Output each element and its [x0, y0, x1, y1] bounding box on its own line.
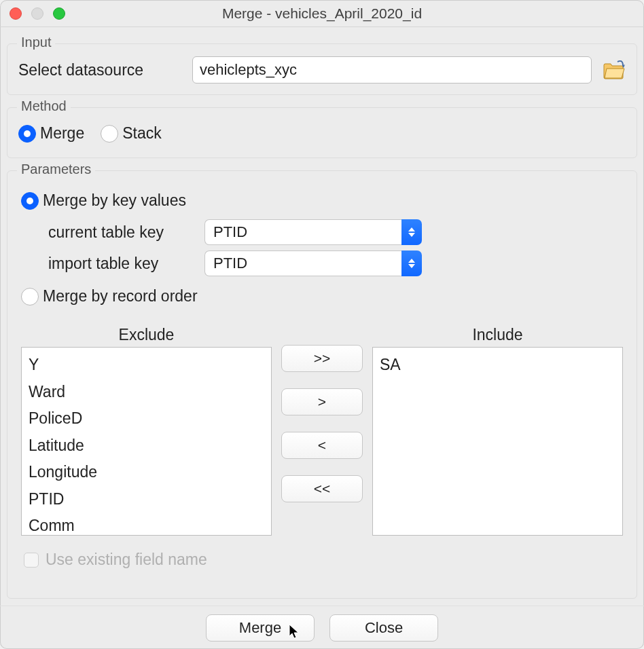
include-column: Include SA — [372, 326, 623, 536]
list-item[interactable]: PoliceD — [29, 405, 264, 432]
method-section: Method Merge Stack — [7, 107, 637, 158]
import-table-key-value: PTID — [204, 251, 401, 276]
merge-by-key-radio[interactable] — [21, 192, 39, 210]
move-one-left-button[interactable]: < — [281, 432, 363, 459]
stack-radio-label: Stack — [122, 124, 162, 143]
list-item[interactable]: Ward — [29, 379, 264, 406]
datasource-input[interactable] — [192, 56, 592, 84]
minimize-window-button[interactable] — [31, 7, 43, 20]
titlebar: Merge - vehicles_April_2020_id — [0, 0, 644, 27]
list-item[interactable]: Longitude — [29, 459, 264, 486]
parameters-section-label: Parameters — [17, 162, 95, 177]
merge-by-key-label: Merge by key values — [43, 191, 186, 210]
merge-radio-label: Merge — [40, 124, 84, 143]
browse-folder-icon[interactable] — [603, 60, 626, 79]
parameters-section: Parameters Merge by key values current t… — [7, 170, 637, 599]
include-listbox[interactable]: SA — [372, 347, 623, 536]
merge-by-record-order-radio[interactable] — [21, 288, 39, 305]
dialog-content: Input Select datasource Method — [0, 27, 644, 606]
input-section-label: Input — [17, 35, 55, 50]
exclude-column: Exclude YWardPoliceDLatitudeLongitudePTI… — [21, 326, 272, 536]
import-table-key-select[interactable]: PTID — [204, 251, 422, 276]
stack-radio[interactable] — [101, 125, 118, 143]
list-item[interactable]: SA — [380, 352, 615, 379]
current-table-key-label: current table key — [48, 223, 204, 242]
include-title: Include — [472, 326, 522, 344]
import-table-key-label: import table key — [48, 255, 204, 273]
current-table-key-value: PTID — [204, 219, 401, 245]
exclude-listbox[interactable]: YWardPoliceDLatitudeLongitudePTIDComm — [21, 347, 272, 536]
use-existing-field-name-checkbox — [24, 553, 39, 568]
list-item[interactable]: Y — [29, 352, 264, 379]
window-title: Merge - vehicles_April_2020_id — [0, 5, 644, 22]
stepper-icon — [401, 251, 422, 276]
close-window-button[interactable] — [10, 7, 22, 20]
move-all-right-button[interactable]: >> — [281, 345, 363, 372]
window-controls — [10, 7, 65, 20]
method-section-label: Method — [17, 98, 71, 114]
merge-button[interactable]: Merge — [206, 614, 315, 642]
use-existing-field-name-label: Use existing field name — [46, 551, 207, 569]
list-item[interactable]: Comm — [29, 513, 264, 536]
list-item[interactable]: Latitude — [29, 432, 264, 460]
merge-by-record-order-label: Merge by record order — [43, 287, 198, 305]
move-all-left-button[interactable]: << — [281, 475, 363, 502]
dialog-footer: Merge Close — [0, 606, 644, 649]
select-datasource-label: Select datasource — [18, 61, 181, 79]
zoom-window-button[interactable] — [53, 7, 65, 20]
list-item[interactable]: PTID — [29, 486, 264, 513]
merge-radio[interactable] — [18, 125, 36, 143]
stepper-icon — [401, 219, 422, 245]
exclude-title: Exclude — [119, 326, 175, 344]
current-table-key-select[interactable]: PTID — [204, 219, 422, 245]
input-section: Input Select datasource — [7, 43, 637, 95]
merge-dialog: Merge - vehicles_April_2020_id Input Sel… — [0, 0, 644, 649]
mover-buttons: >> > < << — [281, 326, 363, 536]
move-one-right-button[interactable]: > — [281, 388, 363, 415]
close-button[interactable]: Close — [329, 614, 438, 642]
